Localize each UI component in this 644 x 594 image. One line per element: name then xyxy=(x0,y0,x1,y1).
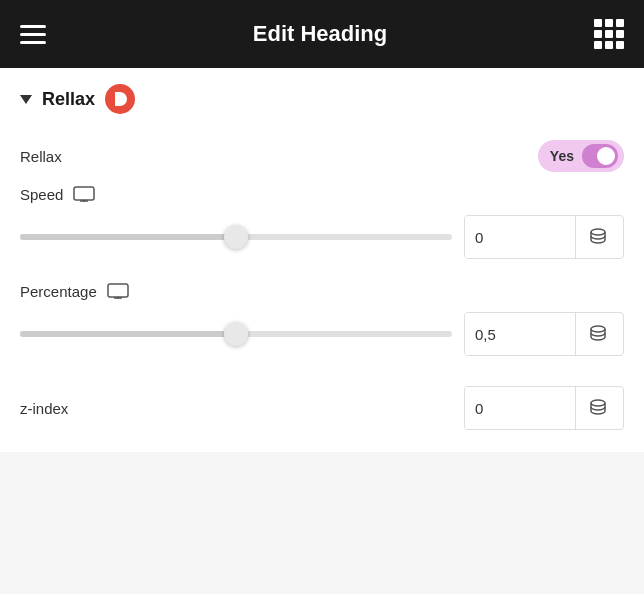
toggle-pill[interactable] xyxy=(582,144,618,168)
speed-db-icon[interactable] xyxy=(576,216,620,258)
percentage-slider-track[interactable] xyxy=(20,331,452,337)
speed-monitor-icon xyxy=(73,186,95,203)
speed-input-group xyxy=(464,215,624,259)
content-panel: Rellax Rellax Yes Speed xyxy=(0,68,644,452)
percentage-input-group xyxy=(464,312,624,356)
svg-point-8 xyxy=(591,326,605,332)
speed-slider-row xyxy=(20,215,624,259)
grid-icon[interactable] xyxy=(594,19,624,49)
header: Edit Heading xyxy=(0,0,644,68)
divi-logo-icon xyxy=(105,84,135,114)
section-title: Rellax xyxy=(42,89,95,110)
percentage-input[interactable] xyxy=(465,313,575,355)
percentage-db-icon[interactable] xyxy=(576,313,620,355)
svg-point-4 xyxy=(591,229,605,235)
percentage-slider-row xyxy=(20,312,624,356)
zindex-input[interactable] xyxy=(465,387,575,429)
rellax-label: Rellax xyxy=(20,148,62,165)
percentage-monitor-icon xyxy=(107,283,129,300)
database-icon xyxy=(588,227,608,247)
svg-point-9 xyxy=(591,400,605,406)
database-icon xyxy=(588,398,608,418)
speed-label: Speed xyxy=(20,186,63,203)
percentage-slider-thumb[interactable] xyxy=(224,322,248,346)
speed-input[interactable] xyxy=(465,216,575,258)
rellax-toggle-row: Rellax Yes xyxy=(20,134,624,178)
zindex-db-icon[interactable] xyxy=(576,387,620,429)
zindex-label: z-index xyxy=(20,400,68,417)
speed-label-row: Speed xyxy=(20,186,624,203)
section-header[interactable]: Rellax xyxy=(20,84,624,114)
rellax-toggle[interactable]: Yes xyxy=(538,140,624,172)
page-title: Edit Heading xyxy=(253,21,387,47)
percentage-section: Percentage xyxy=(20,283,624,356)
speed-section: Speed xyxy=(20,186,624,259)
svg-rect-5 xyxy=(108,284,128,297)
percentage-label-row: Percentage xyxy=(20,283,624,300)
chevron-down-icon xyxy=(20,95,32,104)
database-icon xyxy=(588,324,608,344)
toggle-yes-label: Yes xyxy=(550,148,574,164)
percentage-label: Percentage xyxy=(20,283,97,300)
speed-slider-track[interactable] xyxy=(20,234,452,240)
zindex-row: z-index xyxy=(20,380,624,436)
speed-slider-thumb[interactable] xyxy=(224,225,248,249)
menu-icon[interactable] xyxy=(20,25,46,44)
svg-rect-1 xyxy=(74,187,94,200)
zindex-input-group xyxy=(464,386,624,430)
